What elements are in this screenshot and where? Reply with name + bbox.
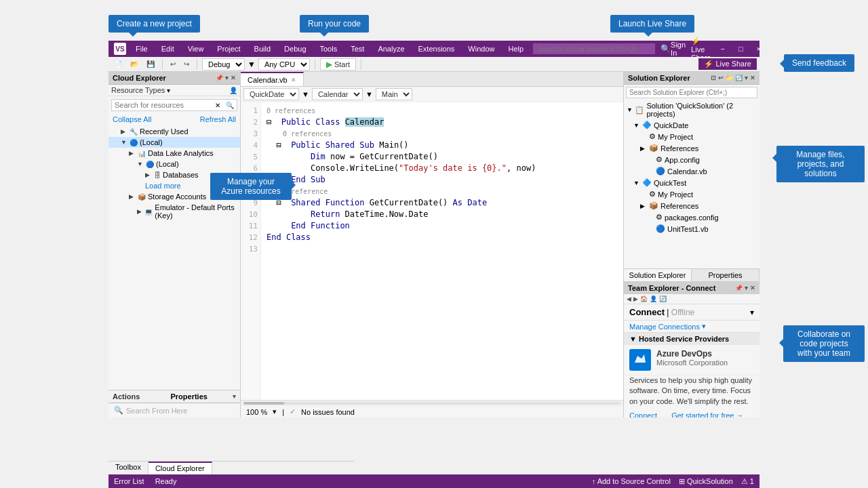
sol-btn-1[interactable]: ⊡ bbox=[711, 75, 716, 81]
actions-tab[interactable]: Actions bbox=[113, 392, 140, 401]
te-back-btn[interactable]: ◀ bbox=[627, 296, 631, 302]
tree-unittest1-vb[interactable]: 🔵 UnitTest1.vb bbox=[624, 223, 760, 235]
sol-btn-4[interactable]: 🔃 bbox=[735, 75, 743, 81]
connect-link[interactable]: Connect... bbox=[629, 411, 663, 418]
status-bar-right: ↑ Add to Source Control ⊞ QuickSolution … bbox=[592, 477, 754, 486]
toolbar-redo[interactable]: ↪ bbox=[181, 59, 192, 69]
sol-btn-2[interactable]: ↩ bbox=[718, 75, 724, 81]
tree-item-icon: 💻 bbox=[144, 208, 153, 216]
te-person-btn[interactable]: 👤 bbox=[650, 296, 657, 302]
toolbar-new[interactable]: 📄 bbox=[111, 59, 125, 69]
tree-packages-config[interactable]: ⚙ packages.config bbox=[624, 211, 760, 223]
tree-references-2[interactable]: ▶ 📦 References bbox=[624, 200, 760, 211]
close-button[interactable]: × bbox=[753, 45, 765, 53]
scrollbar-thumb bbox=[243, 402, 284, 405]
toolbar-undo[interactable]: ↩ bbox=[167, 59, 178, 69]
collapse-all-link[interactable]: Collapse All bbox=[113, 115, 151, 123]
solution-search-input[interactable] bbox=[627, 87, 757, 98]
cloud-explorer-close-button[interactable]: ✕ bbox=[231, 75, 236, 81]
menu-view[interactable]: View bbox=[184, 43, 208, 54]
tree-app-config[interactable]: ⚙ App.config bbox=[624, 154, 760, 165]
menu-build[interactable]: Build bbox=[250, 43, 275, 54]
tree-solution-root[interactable]: ▼ 📋 Solution 'QuickSolution' (2 projects… bbox=[624, 100, 760, 119]
code-line-14: End Class bbox=[267, 232, 618, 243]
signin-button[interactable]: Sign In bbox=[671, 41, 686, 57]
maximize-button[interactable]: □ bbox=[734, 45, 747, 53]
menu-tools[interactable]: Tools bbox=[316, 43, 342, 54]
te-home-btn[interactable]: 🏠 bbox=[640, 296, 648, 302]
tab-solution-explorer[interactable]: Solution Explorer bbox=[624, 269, 692, 281]
menu-debug[interactable]: Debug bbox=[280, 43, 310, 54]
resource-types-dropdown[interactable]: ▾ bbox=[167, 87, 170, 94]
editor-nav-bar: QuickDate ▼ Calendar ▼ Main bbox=[241, 87, 623, 102]
properties-tab[interactable]: Properties bbox=[170, 392, 207, 401]
tree-item-local[interactable]: ▼ 🔵 (Local) bbox=[108, 137, 240, 148]
sol-close-btn[interactable]: ✕ bbox=[750, 75, 755, 81]
toolbox-tab[interactable]: Toolbox bbox=[108, 462, 149, 474]
tree-quicktest-project[interactable]: ▼ 🔷 QuickTest bbox=[624, 177, 760, 188]
debug-config-dropdown[interactable]: Debug bbox=[202, 58, 245, 70]
tooltip-live-share: Launch Live Share bbox=[610, 15, 694, 33]
tree-item-data-lake[interactable]: ▶ 📊 Data Lake Analytics bbox=[108, 148, 240, 159]
get-started-link[interactable]: Get started for free → bbox=[671, 411, 743, 418]
azure-devops-corp: Microsoft Corporation bbox=[656, 359, 754, 367]
cloud-explorer-dropdown-button[interactable]: ▾ bbox=[225, 75, 229, 81]
te-forward-btn[interactable]: ▶ bbox=[633, 296, 638, 302]
menu-file[interactable]: File bbox=[132, 43, 152, 54]
solution-search-box bbox=[626, 87, 757, 98]
search-resource-button[interactable]: 👤 bbox=[229, 87, 237, 94]
error-list-label[interactable]: Error List bbox=[114, 477, 144, 485]
tree-quickdate-project[interactable]: ▼ 🔷 QuickDate bbox=[624, 119, 760, 131]
menu-project[interactable]: Project bbox=[213, 43, 244, 54]
cloud-explorer-tab[interactable]: Cloud Explorer bbox=[149, 462, 212, 474]
tab-properties[interactable]: Properties bbox=[692, 269, 760, 281]
nav-quickdate-dropdown[interactable]: QuickDate bbox=[243, 88, 299, 100]
live-share-toolbar-button[interactable]: ⚡ Live Share bbox=[698, 58, 757, 70]
actions-dropdown-button[interactable]: ▾ bbox=[233, 393, 236, 400]
minimize-button[interactable]: − bbox=[716, 45, 728, 53]
te-close-btn[interactable]: ✕ bbox=[750, 285, 755, 291]
menu-window[interactable]: Window bbox=[464, 43, 498, 54]
refresh-all-link[interactable]: Refresh All bbox=[200, 115, 236, 123]
menu-edit[interactable]: Edit bbox=[157, 43, 178, 54]
azure-devops-name: Azure DevOps bbox=[656, 349, 754, 359]
sol-dropdown-btn[interactable]: ▾ bbox=[745, 75, 748, 81]
run-start-button[interactable]: ▶ Start bbox=[320, 58, 356, 70]
tab-close-icon[interactable]: ✕ bbox=[291, 77, 296, 83]
code-line-7: Console.WriteLine("Today's date is {0}."… bbox=[267, 163, 618, 174]
menu-help[interactable]: Help bbox=[504, 43, 528, 54]
te-pin-btn[interactable]: 📌 bbox=[735, 285, 743, 291]
menu-analyze[interactable]: Analyze bbox=[374, 43, 408, 54]
tree-my-project-2[interactable]: ⚙ My Project bbox=[624, 188, 760, 200]
sol-btn-3[interactable]: 📁 bbox=[726, 75, 733, 81]
tree-calendar-vb[interactable]: 🔵 Calendar.vb bbox=[624, 165, 760, 177]
manage-connections-link[interactable]: Manage Connections ▾ bbox=[624, 321, 760, 332]
tree-item-recently-used[interactable]: ▶ 🔧 Recently Used bbox=[108, 126, 240, 137]
te-refresh-btn[interactable]: 🔄 bbox=[659, 296, 667, 302]
tree-my-project-1[interactable]: ⚙ My Project bbox=[624, 131, 760, 142]
toolbar-open[interactable]: 📂 bbox=[127, 59, 141, 69]
resource-search-submit[interactable]: 🔍 bbox=[223, 100, 237, 110]
editor-horizontal-scrollbar[interactable] bbox=[241, 400, 623, 405]
tree-item-emulator[interactable]: ▶ 💻 Emulator - Default Ports (Key) bbox=[108, 202, 240, 221]
resource-search-clear[interactable]: ✕ bbox=[212, 100, 223, 110]
cpu-config-dropdown[interactable]: Any CPU bbox=[258, 58, 310, 70]
tree-item-local-2[interactable]: ▼ 🔵 (Local) bbox=[108, 159, 240, 169]
resource-search-input[interactable] bbox=[112, 100, 212, 110]
te-dropdown-btn[interactable]: ▾ bbox=[745, 285, 748, 291]
search-from-here-label[interactable]: Search From Here bbox=[126, 407, 187, 415]
ready-label: Ready bbox=[155, 477, 177, 485]
code-content[interactable]: 0 references ⊟ Public Class Calendar 0 r… bbox=[261, 102, 623, 400]
toolbar-save[interactable]: 💾 bbox=[144, 59, 157, 69]
cloud-explorer-pin-button[interactable]: 📌 bbox=[216, 75, 223, 81]
add-source-control[interactable]: ↑ Add to Source Control bbox=[592, 477, 671, 486]
editor-tab-calendar[interactable]: Calendar.vb ✕ bbox=[241, 72, 304, 86]
search-input[interactable] bbox=[533, 43, 655, 54]
menu-test[interactable]: Test bbox=[347, 43, 368, 54]
menu-extensions[interactable]: Extensions bbox=[414, 43, 459, 54]
zoom-level[interactable]: 100 % bbox=[246, 408, 267, 416]
nav-calendar-dropdown[interactable]: Calendar bbox=[312, 88, 363, 100]
nav-main-dropdown[interactable]: Main bbox=[376, 88, 412, 100]
tab-label: Calendar.vb bbox=[248, 76, 288, 84]
tree-references-1[interactable]: ▶ 📦 References bbox=[624, 142, 760, 154]
